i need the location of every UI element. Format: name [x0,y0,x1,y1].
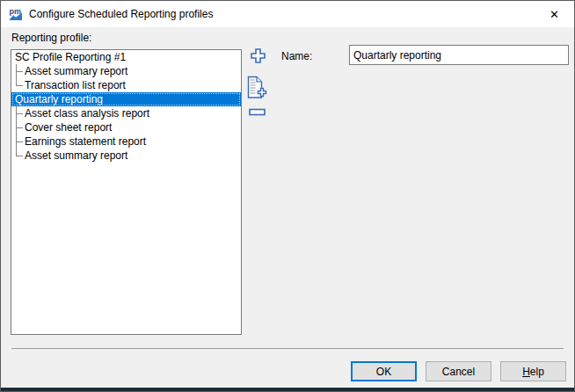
ok-button[interactable]: OK [351,361,417,381]
tree-connector [13,78,22,92]
remove-profile-button[interactable] [249,108,266,116]
profile-tree-item[interactable]: Earnings statement report [11,134,241,149]
cancel-button-label: Cancel [442,366,475,378]
tree-connector [13,149,22,163]
profile-tree-item[interactable]: Asset class analysis report [11,106,241,120]
profile-tree-item[interactable]: Asset summary report [11,64,241,78]
copy-plus-icon [247,87,268,102]
ok-button-label: OK [376,366,391,378]
close-icon: ✕ [550,8,559,21]
duplicate-profile-button[interactable] [247,76,268,99]
profile-tree-item[interactable]: SC Profile Reporting #1 [11,50,241,64]
add-profile-button[interactable] [250,47,266,64]
profile-tree-item-label: Asset class analysis report [25,107,149,120]
tree-connector [13,64,22,78]
profile-tree-item-label: Asset summary report [25,65,127,77]
configure-scheduled-reporting-dialog: pm Configure Scheduled Reporting profile… [0,0,575,392]
titlebar: pm Configure Scheduled Reporting profile… [1,1,574,27]
profile-tree-item-label: Earnings statement report [25,135,146,148]
help-button-label: Help [522,366,544,378]
footer-separator [11,348,564,349]
profile-tree-item[interactable]: Transaction list report [11,78,241,92]
cancel-button[interactable]: Cancel [426,361,491,381]
reporting-profile-listbox[interactable]: SC Profile Reporting #1Asset summary rep… [11,49,242,335]
help-button[interactable]: Help [500,361,566,381]
profile-tree-item-label: Transaction list report [25,79,126,91]
profile-tree-item[interactable]: Cover sheet report [11,120,241,134]
profile-tree-item-label: Quartarly reporting [15,93,103,105]
pm-app-icon: pm [9,7,23,21]
tree-connector [13,134,22,149]
background-window-strip [1,388,574,391]
profile-tree-item-label: Asset summary report [25,149,127,162]
minus-icon [249,104,266,119]
window-title: Configure Scheduled Reporting profiles [29,8,213,20]
profile-tree-item-label: SC Profile Reporting #1 [15,51,126,63]
plus-icon [250,52,266,67]
profile-tree-item-label: Cover sheet report [25,121,112,134]
profile-tree-item[interactable]: Quartarly reporting [11,92,241,106]
name-input[interactable] [349,45,569,65]
reporting-profile-label: Reporting profile: [11,32,91,44]
tree-connector [13,120,22,134]
name-label: Name: [281,50,312,62]
profile-tree-item[interactable]: Asset summary report [11,149,241,163]
tree-connector [13,106,22,120]
close-button[interactable]: ✕ [535,1,574,27]
